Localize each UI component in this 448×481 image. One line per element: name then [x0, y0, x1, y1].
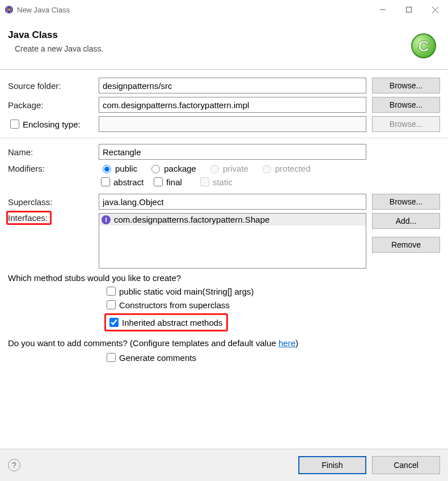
- stub-main-checkbox[interactable]: [107, 287, 116, 296]
- generate-comments-row[interactable]: Generate comments: [104, 351, 440, 364]
- separator: [0, 138, 448, 138]
- dialog-header: Java Class Create a new Java class. C: [0, 19, 448, 69]
- modifier-protected-radio: [263, 165, 271, 173]
- method-stubs-question: Which method stubs would you like to cre…: [8, 273, 440, 283]
- superclass-row: Superclass: Browse...: [8, 194, 440, 210]
- interfaces-row: Interfaces: I com.designpatterns.factory…: [8, 213, 440, 269]
- superclass-label: Superclass:: [8, 197, 99, 207]
- interface-remove-button[interactable]: Remove: [372, 237, 440, 253]
- stub-constructors-checkbox[interactable]: [107, 300, 116, 309]
- cancel-button[interactable]: Cancel: [372, 456, 440, 474]
- class-icon: C: [407, 29, 440, 62]
- name-input[interactable]: [99, 144, 366, 160]
- package-label: Package:: [8, 100, 99, 110]
- enclosing-type-label-group: Enclosing type:: [8, 118, 99, 130]
- modifier-final[interactable]: final: [151, 176, 182, 188]
- interface-item-text: com.designpatterns.factorypattern.Shape: [114, 215, 269, 224]
- configure-templates-link[interactable]: here: [278, 338, 295, 348]
- maximize-button[interactable]: [396, 0, 422, 19]
- modifier-private-radio: [210, 165, 219, 173]
- dialog-description: Create a new Java class.: [15, 44, 407, 53]
- interface-item[interactable]: I com.designpatterns.factorypattern.Shap…: [99, 214, 366, 225]
- title-bar: New Java Class: [0, 0, 448, 19]
- stub-main-label: public static void main(String[] args): [119, 287, 254, 296]
- close-button[interactable]: [422, 0, 448, 19]
- finish-button[interactable]: Finish: [298, 456, 366, 474]
- name-label: Name:: [8, 147, 99, 157]
- stub-inherited-row: Inherited abstract methods: [104, 312, 440, 331]
- modifier-abstract-checkbox[interactable]: [101, 177, 110, 186]
- interfaces-label: Interfaces:: [6, 211, 52, 225]
- interfaces-listbox[interactable]: I com.designpatterns.factorypattern.Shap…: [99, 213, 366, 269]
- superclass-browse-button[interactable]: Browse...: [372, 194, 440, 210]
- modifier-final-checkbox[interactable]: [154, 177, 163, 186]
- enclosing-type-browse-button: Browse...: [372, 116, 440, 132]
- comments-question-prefix: Do you want to add comments? (Configure …: [8, 338, 278, 348]
- enclosing-type-checkbox[interactable]: [10, 120, 19, 129]
- stub-main-row[interactable]: public static void main(String[] args): [104, 285, 440, 297]
- source-folder-label: Source folder:: [8, 81, 99, 91]
- interface-add-button[interactable]: Add...: [372, 213, 440, 229]
- modifier-private: private: [208, 163, 248, 173]
- stub-inherited-highlight[interactable]: Inherited abstract methods: [104, 313, 228, 331]
- generate-comments-label: Generate comments: [119, 353, 196, 363]
- name-row: Name:: [8, 144, 440, 160]
- modifiers-label: Modifiers:: [8, 164, 99, 173]
- source-folder-input[interactable]: [99, 78, 366, 93]
- enclosing-type-label: Enclosing type:: [23, 120, 81, 129]
- button-bar: ? Finish Cancel: [0, 449, 448, 481]
- modifier-static: static: [198, 176, 233, 188]
- stub-inherited-label: Inherited abstract methods: [122, 318, 223, 327]
- package-browse-button[interactable]: Browse...: [372, 97, 440, 113]
- dialog-content: Source folder: Browse... Package: Browse…: [0, 70, 448, 364]
- source-folder-row: Source folder: Browse...: [8, 78, 440, 93]
- minimize-button[interactable]: [370, 0, 396, 19]
- modifier-static-checkbox: [200, 177, 209, 186]
- package-row: Package: Browse...: [8, 97, 440, 113]
- modifier-abstract[interactable]: abstract: [99, 176, 143, 188]
- enclosing-type-input: [99, 116, 366, 132]
- comments-group: Generate comments: [104, 351, 440, 364]
- modifiers-row: Modifiers: public package private protec…: [8, 163, 440, 173]
- modifier-public[interactable]: public: [100, 163, 137, 173]
- modifier-checks-group: abstract final static: [99, 176, 440, 188]
- modifier-package[interactable]: package: [149, 163, 196, 173]
- stub-constructors-row[interactable]: Constructors from superclass: [104, 299, 440, 311]
- modifier-public-radio[interactable]: [103, 165, 111, 173]
- comments-question: Do you want to add comments? (Configure …: [8, 338, 440, 348]
- window-title: New Java Class: [17, 6, 70, 14]
- eclipse-icon: [5, 5, 14, 14]
- svg-rect-4: [407, 7, 412, 12]
- source-folder-browse-button[interactable]: Browse...: [372, 78, 440, 93]
- access-modifier-group: public package private protected: [99, 163, 311, 173]
- help-button[interactable]: ?: [8, 459, 20, 471]
- enclosing-type-row: Enclosing type: Browse...: [8, 116, 440, 132]
- method-stubs-group: public static void main(String[] args) C…: [104, 285, 440, 331]
- comments-question-suffix: ): [295, 338, 298, 348]
- modifier-protected: protected: [260, 163, 311, 173]
- modifier-package-radio[interactable]: [151, 165, 160, 173]
- superclass-input[interactable]: [99, 194, 366, 210]
- interface-icon: I: [102, 215, 111, 224]
- interfaces-label-wrap: Interfaces:: [8, 213, 99, 223]
- package-input[interactable]: [99, 97, 366, 113]
- stub-constructors-label: Constructors from superclass: [119, 300, 230, 310]
- generate-comments-checkbox[interactable]: [107, 353, 116, 362]
- window-controls: [370, 0, 448, 19]
- stub-inherited-checkbox[interactable]: [109, 318, 119, 327]
- svg-text:C: C: [418, 37, 429, 55]
- dialog-title: Java Class: [8, 29, 407, 41]
- svg-point-2: [8, 8, 10, 11]
